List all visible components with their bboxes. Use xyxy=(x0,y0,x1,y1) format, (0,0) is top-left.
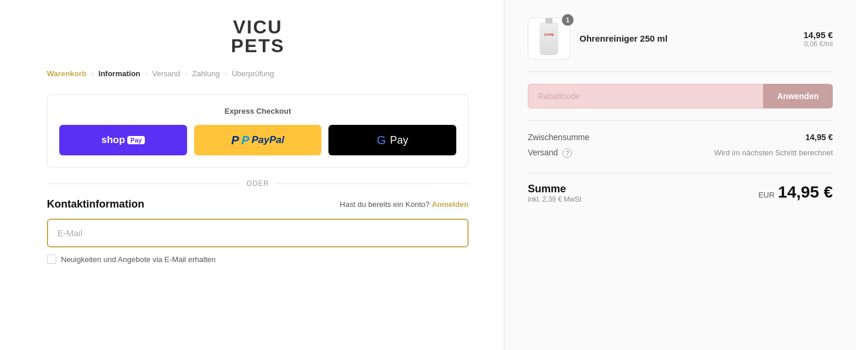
breadcrumb-sep-2: › xyxy=(145,69,147,78)
login-prompt: Hast du bereits ein Konto? Anmelden xyxy=(340,200,469,209)
express-checkout-title: Express Checkout xyxy=(59,107,456,115)
newsletter-row: Neuigkeiten und Angebote via E-Mail erha… xyxy=(47,254,469,264)
summe-row: Summe inkl. 2,39 € MwSt EUR 14,95 € xyxy=(528,183,833,203)
paypal-button[interactable]: P P PayPal xyxy=(194,125,322,155)
discount-row: Anwenden xyxy=(528,84,833,121)
subtotal-row: Zwischensumme 14,95 € xyxy=(528,132,833,142)
summe-tax: inkl. 2,39 € MwSt xyxy=(528,195,581,203)
breadcrumb: Warenkorb › Information › Versand › Zahl… xyxy=(47,69,469,78)
summe-section: Summe inkl. 2,39 € MwSt EUR 14,95 € xyxy=(528,183,833,203)
email-input[interactable] xyxy=(57,228,458,238)
summe-label: Summe xyxy=(528,183,581,195)
product-price-group: 14,95 € 0,06 €/ml xyxy=(803,30,833,48)
summe-price: 14,95 € xyxy=(778,183,833,202)
apply-discount-button[interactable]: Anwenden xyxy=(763,84,833,108)
product-image xyxy=(540,22,558,55)
left-panel: VICU PETS Warenkorb › Information › Vers… xyxy=(0,0,504,350)
product-name: Ohrenreiniger 250 ml xyxy=(579,33,794,43)
brand-logo: VICU PETS xyxy=(231,18,285,55)
express-checkout-box: Express Checkout shop Pay P P PayPal xyxy=(47,94,469,168)
breadcrumb-sep-4: › xyxy=(225,69,227,78)
right-panel: 1 Ohrenreiniger 250 ml 14,95 € 0,06 €/ml… xyxy=(504,0,856,350)
shoppay-button[interactable]: shop Pay xyxy=(59,125,187,155)
logo-area: VICU PETS xyxy=(47,18,469,55)
summe-label-group: Summe inkl. 2,39 € MwSt xyxy=(528,183,581,203)
product-image-wrapper: 1 xyxy=(528,18,570,60)
summe-currency: EUR xyxy=(758,191,774,199)
discount-input[interactable] xyxy=(528,84,763,108)
oder-divider: ODER xyxy=(47,179,469,188)
shipping-help-icon[interactable]: ? xyxy=(562,148,572,158)
breadcrumb-warenkorb[interactable]: Warenkorb xyxy=(47,69,86,78)
contact-title: Kontaktinformation xyxy=(47,198,144,210)
breadcrumb-sep-1: › xyxy=(91,69,93,78)
quantity-badge: 1 xyxy=(562,14,574,26)
email-input-wrapper xyxy=(47,219,469,247)
subtotal-value: 14,95 € xyxy=(805,132,833,142)
breadcrumb-sep-3: › xyxy=(185,69,187,78)
login-link[interactable]: Anmelden xyxy=(432,200,469,209)
shipping-label: Versand ? xyxy=(528,148,572,158)
payment-buttons: shop Pay P P PayPal G Pay xyxy=(59,125,456,155)
subtotal-label: Zwischensumme xyxy=(528,132,589,142)
breadcrumb-versand: Versand xyxy=(152,69,181,78)
totals-section: Zwischensumme 14,95 € Versand ? Wird im … xyxy=(528,132,833,174)
product-item: 1 Ohrenreiniger 250 ml 14,95 € 0,06 €/ml xyxy=(528,18,833,72)
gpay-button[interactable]: G Pay xyxy=(328,125,456,155)
breadcrumb-information: Information xyxy=(99,69,141,78)
shipping-note: Wird im nächsten Schritt berechnet xyxy=(714,148,833,157)
newsletter-checkbox[interactable] xyxy=(47,254,56,264)
breadcrumb-uberpruefung: Überprüfung xyxy=(232,69,274,78)
product-price-per-unit: 0,06 €/ml xyxy=(803,40,833,48)
product-info: Ohrenreiniger 250 ml xyxy=(579,33,794,45)
newsletter-label: Neuigkeiten und Angebote via E-Mail erha… xyxy=(61,255,216,264)
breadcrumb-zahlung: Zahlung xyxy=(192,69,220,78)
product-price: 14,95 € xyxy=(803,30,833,40)
summe-price-group: EUR 14,95 € xyxy=(758,183,833,202)
contact-section-header: Kontaktinformation Hast du bereits ein K… xyxy=(47,198,469,210)
shipping-row: Versand ? Wird im nächsten Schritt berec… xyxy=(528,148,833,158)
